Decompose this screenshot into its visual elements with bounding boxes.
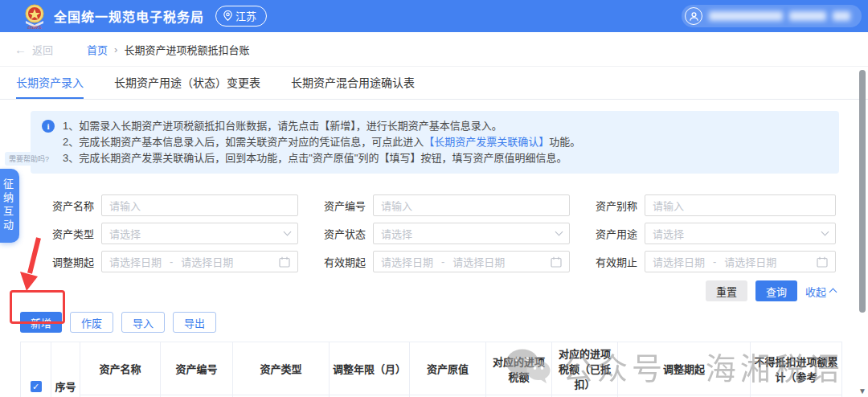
export-button[interactable]: 导出 [173, 312, 216, 333]
collapse-label: 收起 [805, 284, 826, 299]
notice-panel: i 1、如需录入长期资产进项税额抵扣台账数据，请先点击【新增】，进行长期资产基本… [31, 111, 839, 174]
app-title: 全国统一规范电子税务局 [54, 6, 204, 26]
tab-mixed-usage-confirm[interactable]: 长期资产混合用途确认表 [291, 67, 415, 99]
filter-form: 资产名称 请输入 资产编号 请输入 资产别称 请输入 资产类型 [46, 194, 836, 272]
asset-usage-select[interactable]: 请选择 [645, 223, 836, 244]
adjust-period-daterange[interactable]: 请选择日期 - 请选择日期 [101, 251, 298, 272]
field-valid-period-end: 有效期止 请选择日期 - 请选择日期 [589, 251, 836, 272]
breadcrumb-home-link[interactable]: 首页 [87, 42, 108, 57]
redacted-suffix [833, 11, 850, 21]
seq-header-cell: 序号 [51, 342, 80, 397]
breadcrumb: ← 返回 首页 › 长期资产进项税额抵扣台账 [0, 32, 868, 66]
field-asset-alias: 资产别称 请输入 [589, 194, 836, 216]
valid-start-daterange[interactable]: 请选择日期 - 请选择日期 [373, 251, 570, 272]
col-asset-type: 资产类型 [233, 342, 330, 395]
redacted-taxid [789, 11, 826, 21]
date-separator: - [441, 256, 444, 268]
calendar-icon [279, 256, 290, 268]
asset-usage-placeholder: 请选择 [653, 226, 684, 241]
asset-name-input[interactable]: 请输入 [101, 194, 298, 216]
field-asset-code: 资产编号 请输入 [317, 194, 570, 216]
search-button[interactable]: 查询 [755, 280, 797, 301]
field-valid-period-start: 有效期起 请选择日期 - 请选择日期 [317, 251, 570, 272]
location-pin-icon [223, 10, 232, 21]
date-end-placeholder: 请选择日期 [452, 254, 505, 269]
asset-status-label: 资产状态 [317, 226, 366, 241]
asset-name-placeholder: 请输入 [109, 198, 141, 213]
tax-bureau-emblem-icon: 中国税务 [23, 3, 47, 29]
asset-alias-input[interactable]: 请输入 [645, 194, 836, 216]
tab-asset-entry[interactable]: 长期资产录入 [16, 67, 84, 99]
field-asset-usage: 资产用途 请选择 [589, 223, 836, 244]
invoice-association-link[interactable]: 【长期资产发票关联确认】 [424, 136, 549, 148]
col-input-tax-deducted: 对应的进项税额（已抵扣） [552, 342, 618, 395]
table-actions: 新增 作废 导入 导出 [20, 312, 868, 333]
region-badge[interactable]: 江苏 [215, 6, 267, 27]
back-button[interactable]: ← 返回 [14, 42, 53, 57]
reset-button[interactable]: 重置 [706, 280, 747, 301]
asset-code-input[interactable]: 请输入 [373, 194, 570, 216]
chevron-down-icon [821, 228, 829, 236]
page: 中国税务 全国统一规范电子税务局 江苏 ← [0, 0, 868, 397]
vertical-scrollbar[interactable]: ▼ [857, 68, 868, 397]
date-start-placeholder: 请选择日期 [653, 254, 705, 269]
asset-code-label: 资产编号 [317, 198, 366, 213]
user-account-pill[interactable] [682, 5, 862, 27]
col-adjust-months: 调整年限（月） [330, 342, 410, 395]
date-separator: - [170, 256, 173, 268]
import-button[interactable]: 导入 [121, 312, 165, 333]
valid-start-label: 有效期起 [317, 254, 366, 269]
asset-type-select[interactable]: 请选择 [101, 223, 298, 244]
tab-usage-change[interactable]: 长期资产用途（状态）变更表 [114, 67, 260, 99]
notice-line-1: 1、如需录入长期资产进项税额抵扣台账数据，请先点击【新增】，进行长期资产基本信息… [63, 118, 580, 134]
col-original-value: 资产原值 [410, 342, 486, 395]
info-icon: i [42, 120, 55, 133]
field-adjust-period-start: 调整期起 请选择日期 - 请选择日期 [46, 251, 298, 272]
collapse-toggle[interactable]: 收起 [805, 284, 836, 299]
asset-code-placeholder: 请输入 [381, 198, 412, 213]
asset-status-select[interactable]: 请选择 [373, 223, 570, 244]
asset-type-label: 资产类型 [46, 226, 94, 241]
col-nondeductible-total: 不得抵扣进项额累计（参考 [751, 342, 842, 395]
asset-alias-label: 资产别称 [589, 198, 637, 213]
chevron-down-icon [284, 228, 292, 236]
notice-line-2-text: 2、完成长期资产基本信息录入后，如需关联资产对应的凭证信息，可点此进入 [63, 136, 424, 148]
date-start-placeholder: 请选择日期 [109, 254, 162, 269]
asset-alias-placeholder: 请输入 [653, 198, 684, 213]
calendar-icon [817, 256, 828, 268]
chevron-down-icon [555, 228, 563, 236]
asset-name-label: 资产名称 [46, 198, 94, 213]
select-all-cell: ✓ [21, 342, 51, 397]
col-asset-name: 资产名称 [80, 342, 161, 395]
field-asset-type: 资产类型 请选择 [46, 223, 298, 244]
asset-usage-label: 资产用途 [589, 226, 637, 241]
notice-line-2-suffix: 功能。 [549, 136, 580, 148]
col-adjust-period-start: 调整期起 [618, 342, 751, 395]
notice-line-3: 3、完成长期资产发票关联确认后，回到本功能，点击"资产原值"列的【填写】按钮，填… [63, 150, 580, 166]
date-end-placeholder: 请选择日期 [724, 254, 776, 269]
adjust-period-label: 调整期起 [46, 254, 94, 269]
scrollbar-down-arrow[interactable]: ▼ [858, 387, 866, 395]
add-button[interactable]: 新增 [20, 312, 62, 333]
void-button[interactable]: 作废 [70, 312, 113, 333]
region-label: 江苏 [235, 8, 256, 23]
back-label: 返回 [32, 42, 53, 57]
ledger-table: ✓ 序号 资产名称 资产编号 资产类型 调整年限（月） 资产原值 对应的进项税额… [20, 342, 841, 397]
asset-type-placeholder: 请选择 [109, 226, 141, 241]
tab-bar: 长期资产录入 长期资产用途（状态）变更表 长期资产混合用途确认表 [0, 66, 868, 100]
help-tooltip[interactable]: 需要帮助吗? [5, 152, 53, 166]
user-avatar-icon [685, 7, 702, 25]
scrollbar-thumb[interactable] [859, 70, 866, 313]
redacted-username [709, 11, 783, 21]
date-start-placeholder: 请选择日期 [381, 254, 433, 269]
form-buttons: 重置 查询 收起 [0, 280, 836, 301]
field-asset-name: 资产名称 请输入 [46, 194, 298, 216]
date-separator: - [713, 256, 716, 268]
interaction-side-tab[interactable]: 征纳互动 [0, 169, 19, 243]
col-asset-code: 资产编号 [161, 342, 233, 395]
select-all-checkbox[interactable]: ✓ [31, 381, 42, 392]
valid-end-daterange[interactable]: 请选择日期 - 请选择日期 [645, 251, 836, 272]
notice-line-2: 2、完成长期资产基本信息录入后，如需关联资产对应的凭证信息，可点此进入【长期资产… [63, 134, 580, 150]
back-arrow-icon: ← [14, 43, 27, 56]
col-input-tax: 对应的进项税额 [486, 342, 552, 395]
